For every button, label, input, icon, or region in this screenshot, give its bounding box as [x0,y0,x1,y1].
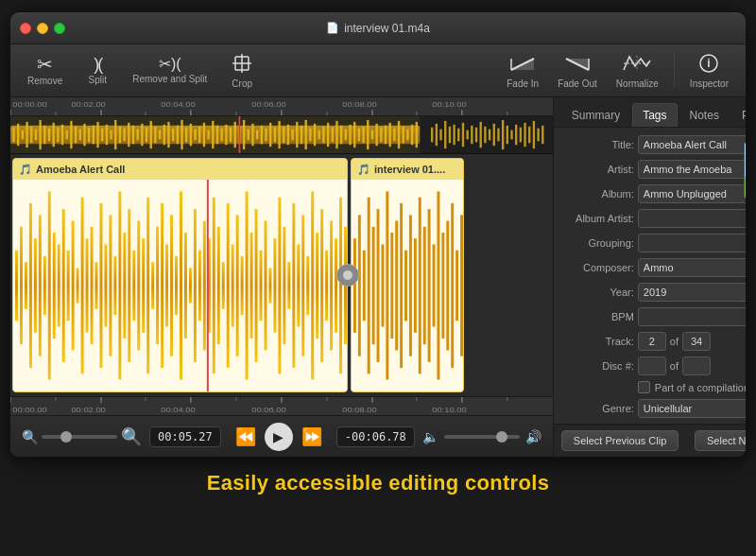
svg-text:00:10.00: 00:10.00 [432,100,467,109]
bpm-input[interactable] [638,307,747,326]
zoom-slider[interactable] [42,435,117,439]
tab-podcast[interactable]: Podcast [731,103,747,127]
select-previous-clip-button[interactable]: Select Previous Clip [561,430,679,451]
svg-rect-138 [507,126,508,145]
volume-high-icon: 🔊 [525,429,541,444]
composer-input[interactable] [638,258,747,277]
artist-label: Artist: [563,164,634,175]
rewind-button[interactable]: ⏪ [232,424,259,450]
svg-rect-131 [475,128,477,143]
volume-slider[interactable] [444,435,520,439]
scrub-handle-inner [343,270,352,280]
fade-out-label: Fade Out [558,78,597,89]
title-label: Title: [563,139,634,150]
svg-rect-130 [471,126,472,145]
svg-rect-234 [414,238,417,333]
svg-rect-210 [301,215,304,356]
transport-buttons: ⏪ ▶ ⏩ [232,423,325,451]
svg-rect-150 [20,227,23,344]
compilation-checkbox[interactable] [638,381,650,393]
svg-rect-213 [316,233,318,339]
svg-rect-154 [39,215,42,356]
normalize-button[interactable]: Normalize [609,49,666,93]
svg-rect-225 [372,227,375,344]
close-button[interactable] [20,23,31,34]
clip-amoeba[interactable]: 🎵 Amoeba Alert Call [12,158,348,392]
svg-rect-185 [184,233,187,339]
svg-rect-186 [189,268,192,303]
svg-rect-178 [151,262,154,309]
track-total-input[interactable] [682,332,711,351]
svg-rect-244 [460,215,463,356]
genre-label: Genre: [563,403,634,414]
svg-rect-144 [533,121,535,148]
fast-forward-button[interactable]: ⏩ [299,424,325,450]
disc-total-input[interactable] [682,356,711,375]
svg-rect-215 [325,251,328,321]
disc-of-label: of [670,360,679,372]
svg-rect-126 [453,125,455,145]
artist-row: Artist: [563,160,747,179]
svg-rect-228 [386,191,388,379]
svg-rect-168 [104,244,107,326]
svg-rect-218 [339,198,342,374]
normalize-icon [622,53,652,77]
inspector-label: Inspector [690,78,729,89]
svg-rect-161 [72,221,75,351]
volume-low-icon: 🔈 [422,429,438,444]
crop-button[interactable]: Crop [218,49,266,93]
svg-rect-177 [146,198,149,374]
svg-rect-207 [287,262,290,309]
tab-summary[interactable]: Summary [561,103,630,127]
svg-text:i: i [708,57,711,70]
artwork-label: Artwork: [744,128,747,139]
svg-rect-165 [91,227,94,344]
tab-notes[interactable]: Notes [679,103,730,127]
remove-button[interactable]: ✂ Remove [20,51,70,90]
fade-in-button[interactable]: Fade In [499,49,546,93]
clip-interview[interactable]: 🎵 interview 01.... [351,158,464,392]
svg-rect-203 [268,268,271,303]
fade-out-button[interactable]: Fade Out [550,49,605,93]
svg-text:00:02.00: 00:02.00 [71,406,106,414]
transport-search: 🔍 🔍 [22,426,142,447]
grouping-input[interactable] [638,234,747,252]
clip-interview-name: interview 01.... [374,164,445,175]
volume-area: 🔈 🔊 [422,429,541,444]
select-next-clip-button[interactable]: Select Next Clip [695,430,747,451]
album-input[interactable] [638,184,747,203]
zoom-thumb [60,431,72,443]
svg-rect-158 [58,244,60,326]
minimize-button[interactable] [37,23,48,34]
inspector-bottom: Select Previous Clip Select Next Clip [554,424,747,457]
title-input[interactable] [638,135,747,154]
year-input[interactable] [638,283,747,302]
remove-split-button[interactable]: ✂)( Remove and Split [125,53,215,88]
track-input[interactable] [638,332,666,351]
genre-select[interactable]: Unicellular ▼ [638,399,747,418]
zoom-button[interactable] [54,23,65,34]
remove-split-label: Remove and Split [132,74,207,84]
svg-rect-172 [123,233,126,339]
remove-icon: ✂ [37,55,53,74]
svg-text:00:04.00: 00:04.00 [161,100,196,109]
play-button[interactable]: ▶ [265,423,293,451]
album-artist-input[interactable] [638,209,747,228]
svg-rect-176 [142,238,145,333]
svg-rect-139 [510,130,512,140]
toolbar-right: Fade In Fade Out [499,49,736,93]
artist-input[interactable] [638,160,747,179]
inspector-panel: Summary Tags Notes Podcast Artwork: [554,97,747,457]
svg-rect-152 [29,203,32,368]
compilation-row: Part of a compilation [563,381,747,393]
svg-rect-125 [449,127,451,144]
svg-rect-153 [34,238,37,333]
inspector-button[interactable]: i Inspector [682,49,736,93]
track-label: Track: [563,336,634,347]
scrub-handle[interactable] [336,264,359,287]
artwork-box[interactable] [744,142,747,199]
disc-input[interactable] [638,356,666,375]
svg-rect-232 [404,251,407,321]
tab-tags[interactable]: Tags [632,103,677,127]
split-button[interactable]: )( Split [74,52,121,89]
